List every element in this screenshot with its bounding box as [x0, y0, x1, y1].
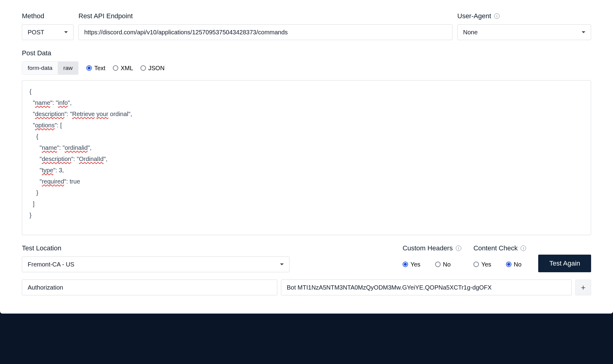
test-location-value: Fremont-CA - US	[28, 261, 74, 268]
body-type-tabs: form-data raw	[22, 61, 78, 75]
chevron-down-icon	[280, 263, 284, 265]
post-data-controls: form-data raw Text XML JSON	[22, 61, 591, 75]
test-location-select[interactable]: Fremont-CA - US	[22, 256, 289, 272]
method-value: POST	[28, 29, 44, 36]
header-key-input[interactable]	[22, 280, 277, 295]
method-label: Method	[22, 12, 74, 20]
radio-icon	[473, 262, 479, 267]
post-data-section: Post Data form-data raw Text XML JSON	[22, 49, 591, 235]
test-again-button[interactable]: Test Again	[538, 255, 591, 272]
radio-icon	[140, 65, 146, 71]
info-icon[interactable]: i	[521, 246, 526, 251]
content-check-field: Content Check i Yes No	[473, 244, 526, 272]
post-data-label: Post Data	[22, 49, 591, 57]
user-agent-label: User-Agent i	[457, 12, 591, 20]
tab-raw[interactable]: raw	[58, 62, 78, 74]
radio-icon	[435, 262, 441, 267]
radio-xml[interactable]: XML	[113, 65, 133, 72]
method-field: Method POST	[22, 12, 74, 40]
api-test-form: Method POST Rest API Endpoint User-Agent…	[0, 0, 613, 314]
endpoint-field: Rest API Endpoint	[78, 12, 452, 40]
custom-header-row: +	[22, 280, 591, 295]
test-settings-row: Test Location Fremont-CA - US Custom Hea…	[22, 244, 591, 272]
user-agent-select[interactable]: None	[457, 24, 591, 40]
custom-headers-field: Custom Headers i Yes No	[403, 244, 461, 272]
chevron-down-icon	[582, 31, 585, 33]
radio-icon	[403, 262, 408, 267]
header-value-input[interactable]	[281, 280, 572, 295]
custom-headers-yes[interactable]: Yes	[403, 261, 421, 268]
endpoint-label: Rest API Endpoint	[78, 12, 452, 20]
radio-icon	[86, 65, 92, 71]
test-location-label: Test Location	[22, 244, 289, 252]
user-agent-value: None	[463, 29, 478, 36]
info-icon[interactable]: i	[456, 246, 461, 251]
radio-json[interactable]: JSON	[140, 65, 165, 72]
test-location-field: Test Location Fremont-CA - US	[22, 244, 289, 272]
chevron-down-icon	[64, 31, 68, 33]
test-button-wrap: Test Again	[538, 255, 591, 272]
user-agent-field: User-Agent i None	[457, 12, 591, 40]
endpoint-input[interactable]	[78, 24, 452, 40]
add-header-button[interactable]: +	[575, 280, 591, 295]
custom-headers-label: Custom Headers i	[403, 244, 461, 252]
content-check-label: Content Check i	[473, 244, 526, 252]
radio-icon	[506, 262, 511, 267]
content-check-yes[interactable]: Yes	[473, 261, 491, 268]
content-check-no[interactable]: No	[506, 261, 522, 268]
info-icon[interactable]: i	[494, 13, 500, 19]
request-line-row: Method POST Rest API Endpoint User-Agent…	[22, 12, 591, 40]
tab-form-data[interactable]: form-data	[22, 62, 58, 74]
radio-icon	[113, 65, 118, 71]
custom-headers-no[interactable]: No	[435, 261, 451, 268]
plus-icon: +	[581, 283, 585, 292]
body-format-radios: Text XML JSON	[86, 65, 165, 72]
method-select[interactable]: POST	[22, 24, 74, 40]
post-body-textarea[interactable]: { "name": "info", "description": "Retrie…	[22, 80, 591, 235]
radio-text[interactable]: Text	[86, 65, 106, 72]
